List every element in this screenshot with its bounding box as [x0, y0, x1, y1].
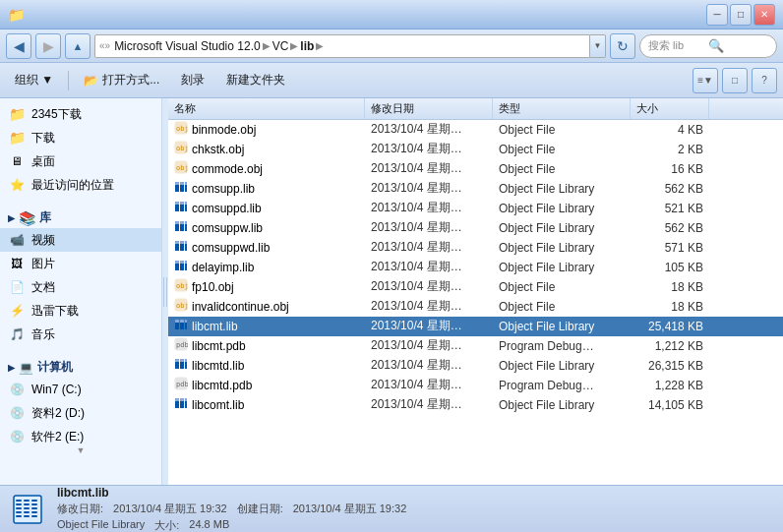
svg-text:obj: obj — [176, 282, 188, 290]
file-type-icon — [174, 259, 188, 275]
table-row[interactable]: obj chkstk.obj 2013/10/4 星期… Object File… — [168, 140, 783, 159]
sidebar-item-downloads2345[interactable]: 📁 2345下载 — [0, 102, 161, 126]
svg-rect-65 — [16, 507, 22, 509]
file-type: Object File Library — [493, 261, 631, 274]
status-modify-label: 修改日期: — [57, 502, 103, 516]
organize-button[interactable]: 组织 ▼ — [6, 67, 62, 94]
table-row[interactable]: libcmtd.lib 2013/10/4 星期… Object File Li… — [168, 356, 783, 376]
sidebar-item-win7c[interactable]: 💿 Win7 (C:) — [0, 378, 161, 401]
svg-text:pdb: pdb — [176, 341, 188, 349]
table-row[interactable]: pdb libcmtd.pdb 2013/10/4 星期… Program De… — [168, 376, 783, 395]
file-type-icon: obj — [174, 298, 188, 315]
file-type-icon — [174, 219, 188, 236]
search-box[interactable]: 搜索 lib 🔍 — [639, 34, 777, 58]
close-button[interactable]: ✕ — [753, 4, 775, 26]
addr-seg-vc: VC — [272, 39, 289, 53]
forward-button[interactable]: ▶ — [35, 33, 61, 59]
sidebar-item-label: 迅雷下载 — [31, 303, 79, 320]
table-row[interactable]: libcmt.lib 2013/10/4 星期… Object File Lib… — [168, 317, 783, 336]
table-row[interactable]: comsuppwd.lib 2013/10/4 星期… Object File … — [168, 238, 783, 258]
table-row[interactable]: pdb libcmt.pdb 2013/10/4 星期… Program Deb… — [168, 336, 783, 356]
file-date: 2013/10/4 星期… — [365, 377, 493, 393]
file-size: 562 KB — [631, 182, 709, 196]
file-type: Object File Library — [493, 320, 631, 333]
table-row[interactable]: comsuppd.lib 2013/10/4 星期… Object File L… — [168, 199, 783, 218]
svg-rect-27 — [175, 241, 179, 244]
sidebar-item-label: 图片 — [31, 256, 55, 272]
sidebar-item-data2d[interactable]: 💿 资料2 (D:) — [0, 401, 161, 425]
sidebar-item-downloads[interactable]: 📁 下载 — [0, 126, 161, 149]
svg-rect-34 — [180, 261, 184, 264]
back-button[interactable]: ◀ — [6, 33, 31, 59]
table-row[interactable]: libcomt.lib 2013/10/4 星期… Object File Li… — [168, 395, 783, 415]
status-modify-value: 2013/10/4 星期五 19:32 — [113, 502, 227, 516]
library-header[interactable]: ▶ 📚 库 — [0, 205, 161, 228]
file-name: obj fp10.obj — [168, 278, 365, 295]
svg-rect-75 — [24, 515, 30, 517]
table-row[interactable]: comsupp.lib 2013/10/4 星期… Object File Li… — [168, 179, 783, 199]
svg-rect-43 — [175, 320, 179, 323]
file-list-body[interactable]: obj binmode.obj 2013/10/4 星期… Object Fil… — [168, 120, 783, 485]
search-placeholder: 搜索 lib — [648, 38, 708, 53]
new-folder-button[interactable]: 新建文件夹 — [217, 67, 294, 94]
help-button[interactable]: ? — [752, 68, 777, 93]
svg-rect-71 — [31, 507, 37, 509]
col-header-size[interactable]: 大小 — [631, 98, 709, 119]
sidebar-item-images[interactable]: 🖼 图片 — [0, 252, 161, 275]
address-dropdown[interactable]: ▼ — [590, 34, 606, 58]
file-date: 2013/10/4 星期… — [365, 318, 493, 334]
svg-text:obj: obj — [176, 145, 188, 152]
addr-seg-vs: Microsoft Visual Studio 12.0 — [114, 39, 261, 53]
search-icon[interactable]: 🔍 — [708, 38, 768, 53]
status-create-value: 2013/10/4 星期五 19:32 — [293, 502, 407, 516]
minimize-button[interactable]: ─ — [706, 4, 728, 26]
file-name: comsuppwd.lib — [168, 239, 365, 256]
svg-rect-74 — [24, 511, 30, 513]
col-header-name[interactable]: 名称 — [168, 98, 365, 119]
doc-icon: 📄 — [8, 278, 26, 296]
file-size: 18 KB — [631, 280, 709, 294]
col-header-date[interactable]: 修改日期 — [365, 98, 493, 119]
table-row[interactable]: obj invalidcontinue.obj 2013/10/4 星期… Ob… — [168, 297, 783, 317]
table-row[interactable]: obj binmode.obj 2013/10/4 星期… Object Fil… — [168, 120, 783, 140]
status-size-value: 24.8 MB — [189, 518, 229, 533]
status-bar: libcmt.lib 修改日期: 2013/10/4 星期五 19:32 创建日… — [0, 485, 783, 532]
file-name: obj binmode.obj — [168, 121, 365, 138]
sidebar-item-video[interactable]: 📹 视频 — [0, 228, 161, 252]
svg-rect-63 — [16, 500, 22, 502]
col-header-type[interactable]: 类型 — [493, 98, 631, 119]
view-button[interactable]: ≡▼ — [693, 68, 718, 93]
sidebar-item-docs[interactable]: 📄 文档 — [0, 275, 161, 299]
address-input[interactable]: «» Microsoft Visual Studio 12.0 ▶ VC ▶ l… — [94, 34, 590, 58]
title-bar-left: 📁 — [8, 7, 30, 23]
file-size: 1,228 KB — [631, 379, 709, 392]
file-type: Object File — [493, 162, 631, 176]
drive-icon: 💿 — [8, 428, 26, 445]
table-row[interactable]: obj fp10.obj 2013/10/4 星期… Object File 1… — [168, 277, 783, 297]
status-file-icon — [10, 492, 45, 527]
more-indicator: ▼ — [77, 445, 86, 455]
title-bar-controls: ─ □ ✕ — [706, 4, 775, 26]
up-button[interactable]: ▲ — [65, 33, 90, 59]
sidebar-item-thunder[interactable]: ⚡ 迅雷下载 — [0, 299, 161, 323]
status-details-2: Object File Library 大小: 24.8 MB — [57, 518, 406, 533]
table-row[interactable]: delayimp.lib 2013/10/4 星期… Object File L… — [168, 258, 783, 277]
table-row[interactable]: comsuppw.lib 2013/10/4 星期… Object File L… — [168, 218, 783, 238]
maximize-button[interactable]: □ — [730, 4, 752, 26]
file-size: 521 KB — [631, 202, 709, 215]
computer-header[interactable]: ▶ 💻 计算机 — [0, 354, 161, 378]
sidebar-item-desktop[interactable]: 🖥 桌面 — [0, 149, 161, 173]
sidebar-item-recent[interactable]: ⭐ 最近访问的位置 — [0, 173, 161, 197]
svg-text:pdb: pdb — [176, 381, 188, 388]
refresh-button[interactable]: ↻ — [610, 33, 635, 59]
sidebar-item-music[interactable]: 🎵 音乐 — [0, 323, 161, 346]
preview-button[interactable]: □ — [722, 68, 748, 93]
desktop-icon: 🖥 — [8, 152, 26, 170]
file-name: obj commode.obj — [168, 160, 365, 177]
address-segments: Microsoft Visual Studio 12.0 ▶ VC ▶ lib … — [114, 39, 585, 53]
table-row[interactable]: obj commode.obj 2013/10/4 星期… Object Fil… — [168, 159, 783, 179]
open-style-button[interactable]: 📂 打开方式... — [75, 67, 168, 94]
file-name: libcmt.lib — [168, 318, 365, 334]
toolbar: 组织 ▼ 📂 打开方式... 刻录 新建文件夹 ≡▼ □ ? — [0, 63, 783, 98]
burn-button[interactable]: 刻录 — [172, 67, 213, 94]
